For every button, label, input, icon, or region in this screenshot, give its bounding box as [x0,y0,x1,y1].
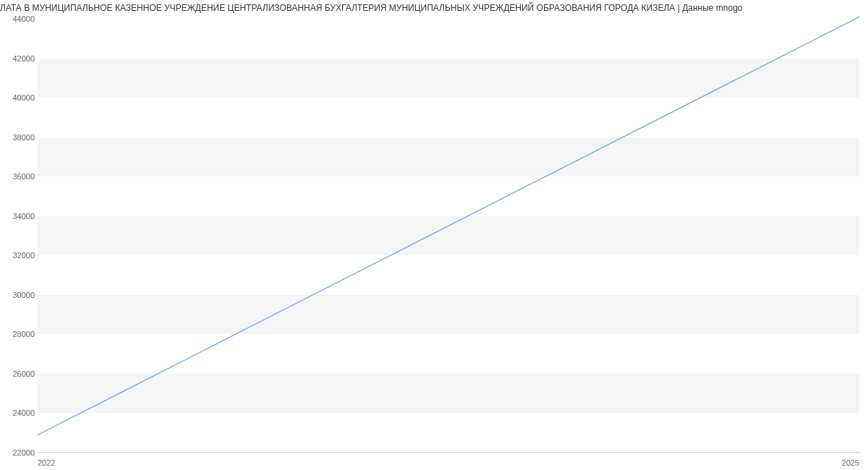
y-tick-label: 32000 [6,251,35,260]
y-tick-label: 34000 [6,212,35,221]
y-tick-label: 24000 [6,409,35,417]
y-tick-label: 30000 [6,291,35,299]
chart-title: ЛАТА В МУНИЦИПАЛЬНОЕ КАЗЕННОЕ УЧРЕЖДЕНИЕ… [0,0,868,16]
line-chart-svg [38,19,859,453]
y-tick-label: 22000 [6,448,35,457]
y-tick-label: 42000 [6,54,35,63]
y-tick-label: 38000 [6,133,35,142]
y-tick-label: 44000 [6,14,35,23]
x-tick-label: 2025 [842,458,859,467]
chart-container: ЛАТА В МУНИЦИПАЛЬНОЕ КАЗЕННОЕ УЧРЕЖДЕНИЕ… [0,0,868,470]
y-tick-label: 36000 [6,172,35,181]
data-line [38,17,859,435]
y-tick-label: 40000 [6,93,35,102]
x-tick-label: 2022 [38,458,55,467]
y-tick-label: 28000 [6,330,35,338]
y-tick-label: 26000 [6,369,35,378]
plot-area: 2200024000260002800030000320003400036000… [38,19,859,453]
